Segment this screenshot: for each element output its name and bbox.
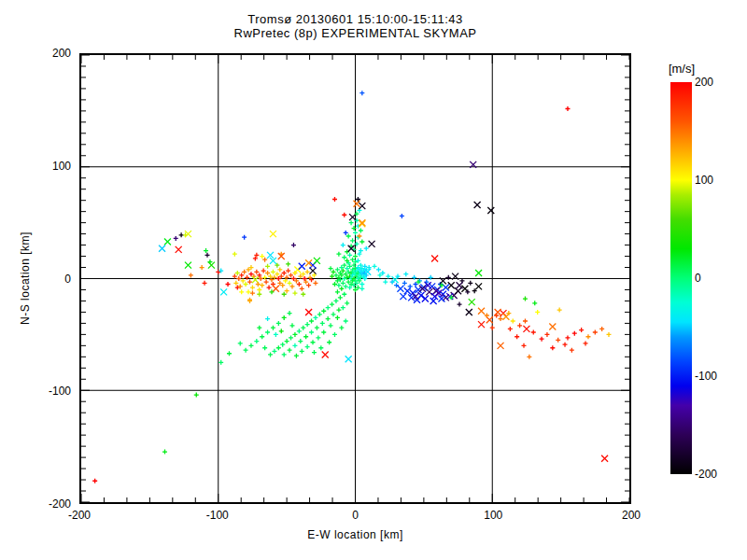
data-point-cross [448, 282, 455, 288]
plot-area [79, 53, 631, 504]
data-point-plus [333, 299, 338, 303]
data-point-cross [314, 258, 320, 264]
data-point-plus [289, 284, 294, 288]
data-point-plus [272, 349, 276, 354]
data-point-plus [282, 292, 287, 297]
data-point-plus [276, 345, 281, 350]
data-point-plus [300, 287, 304, 291]
data-point-plus [242, 235, 247, 240]
data-point-plus [271, 326, 275, 330]
data-point-cross [270, 231, 276, 237]
data-point-plus [408, 284, 413, 288]
data-point-plus [305, 270, 310, 274]
data-point-cross [220, 288, 227, 295]
data-point-plus [321, 329, 326, 334]
data-point-plus [305, 344, 310, 349]
data-point-cross [353, 201, 359, 207]
data-point-plus [285, 339, 289, 343]
chart-title: Tromsø 20130601 15:10:00-15:11:43 RwPret… [79, 12, 631, 40]
data-point-plus [260, 254, 264, 259]
colorbar-tick-label: 100 [695, 174, 736, 187]
data-point-plus [331, 270, 336, 274]
data-point-plus [194, 393, 199, 398]
data-point-cross [478, 321, 485, 328]
data-point-plus [244, 282, 248, 287]
data-point-cross [305, 309, 312, 315]
data-point-plus [359, 229, 363, 233]
data-point-plus [288, 311, 292, 315]
data-point-plus [289, 335, 293, 340]
data-point-plus [268, 352, 273, 357]
data-point-plus [233, 274, 237, 279]
data-point-plus [179, 232, 184, 237]
data-point-cross [359, 220, 365, 227]
y-tick-label: -100 [26, 385, 71, 398]
data-point-cross [345, 356, 352, 362]
data-point-cross [523, 326, 529, 332]
data-point-plus [189, 273, 193, 277]
data-point-plus [585, 334, 590, 339]
data-point-plus [332, 197, 337, 202]
data-point-plus [286, 261, 290, 266]
skymap-page: { "header": { "title_line1": "Tromsø 201… [0, 0, 747, 560]
data-point-plus [321, 309, 326, 314]
data-point-plus [517, 323, 522, 328]
data-point-plus [262, 275, 267, 280]
data-point-plus [565, 106, 570, 111]
data-point-cross [455, 287, 461, 294]
data-point-plus [511, 319, 515, 324]
data-point-plus [347, 253, 352, 258]
data-point-plus [235, 271, 240, 275]
data-point-plus [300, 349, 304, 354]
data-point-plus [200, 265, 204, 270]
data-point-plus [342, 292, 346, 297]
data-point-cross [474, 202, 481, 208]
data-point-plus [326, 305, 331, 310]
data-point-plus [485, 314, 489, 318]
data-point-plus [267, 286, 272, 290]
data-point-plus [226, 282, 231, 287]
data-point-plus [335, 315, 340, 320]
data-point-plus [339, 326, 344, 330]
data-point-cross [159, 245, 165, 252]
data-point-cross [397, 286, 403, 292]
data-point-plus [523, 319, 528, 324]
data-point-plus [556, 338, 560, 343]
data-point-plus [458, 302, 462, 307]
data-point-plus [359, 91, 364, 95]
data-point-plus [446, 275, 451, 280]
data-point-plus [344, 231, 348, 235]
data-point-plus [353, 254, 358, 259]
data-point-cross [422, 296, 429, 302]
data-point-plus [247, 280, 252, 285]
data-point-plus [326, 316, 331, 321]
data-point-plus [265, 271, 270, 275]
data-point-plus [236, 276, 241, 281]
data-point-cross [310, 268, 317, 274]
data-point-plus [350, 238, 355, 243]
data-point-plus [245, 275, 249, 280]
data-point-plus [522, 343, 527, 348]
data-point-plus [544, 332, 549, 337]
data-point-cross [478, 308, 485, 315]
data-point-plus [329, 323, 333, 328]
data-point-cross [475, 270, 482, 276]
data-point-plus [265, 316, 270, 321]
data-point-plus [244, 348, 248, 353]
data-point-cross [431, 255, 438, 261]
data-point-plus [279, 329, 284, 333]
colorbar-tick-label: -200 [695, 468, 736, 481]
data-point-plus [297, 282, 302, 287]
data-point-plus [359, 239, 364, 244]
data-point-plus [265, 329, 270, 334]
data-point-plus [309, 329, 314, 334]
data-point-plus [309, 319, 314, 324]
data-point-plus [289, 273, 293, 277]
data-point-plus [342, 255, 346, 259]
data-point-plus [291, 243, 296, 247]
data-point-plus [330, 302, 334, 307]
data-point-plus [282, 315, 287, 320]
y-tick-label: 100 [26, 160, 71, 173]
data-point-plus [280, 343, 285, 347]
data-point-plus [233, 281, 238, 286]
